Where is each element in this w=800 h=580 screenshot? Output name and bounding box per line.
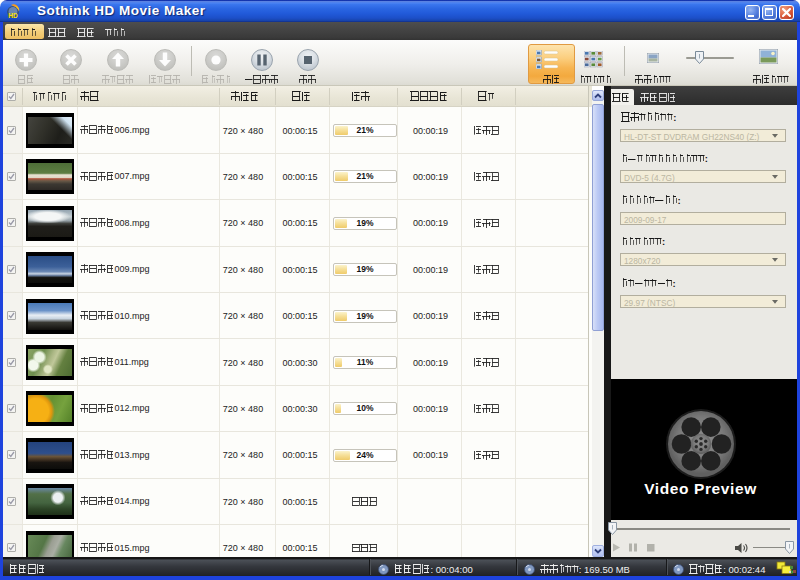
svg-text:HD: HD bbox=[8, 12, 18, 19]
